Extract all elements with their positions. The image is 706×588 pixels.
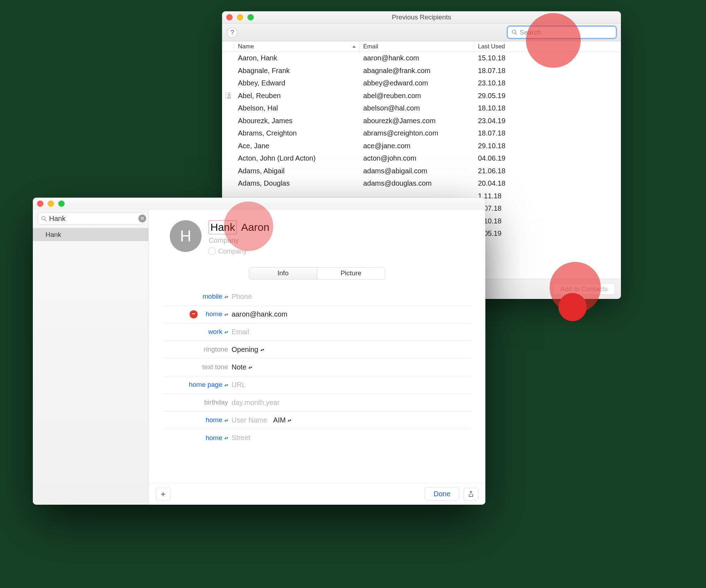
- titlebar[interactable]: Previous Recipients: [222, 11, 621, 24]
- name-cell: Acton, John (Lord Acton): [234, 154, 360, 162]
- address-label[interactable]: home▴▾: [163, 434, 232, 442]
- date-cell: 21.06.18: [474, 167, 554, 175]
- ringtone-select[interactable]: Opening▴▾: [232, 346, 471, 354]
- sidebar-search-input[interactable]: [49, 215, 138, 223]
- date-cell: 9.10.18: [474, 217, 554, 225]
- table-row[interactable]: Abrams, Creightonabrams@creighton.com18.…: [222, 127, 621, 140]
- email-cell: abourezk@James.com: [360, 117, 474, 125]
- window-title: Previous Recipients: [222, 13, 621, 21]
- col-email[interactable]: Email: [360, 41, 474, 52]
- date-cell: 15.10.18: [474, 54, 554, 62]
- sidebar-item-hank[interactable]: Hank: [33, 228, 148, 241]
- help-button[interactable]: ?: [227, 27, 238, 38]
- birthday-label: birthday: [163, 398, 232, 406]
- zoom-icon[interactable]: [58, 200, 65, 207]
- tab-picture[interactable]: Picture: [317, 268, 385, 279]
- home-email-field[interactable]: aaron@hank.com: [232, 310, 471, 318]
- in-contacts-icon: [226, 92, 231, 99]
- im-service-select[interactable]: AIM▴▾: [273, 416, 292, 424]
- date-cell: 29.05.19: [474, 92, 554, 100]
- company-field[interactable]: Company: [209, 236, 269, 245]
- table-row[interactable]: Aaron, Hankaaron@hank.com15.10.18: [222, 52, 621, 65]
- contact-fields: mobile▴▾ Phone − home▴▾ aaron@hank.com w…: [149, 288, 485, 447]
- homepage-field[interactable]: URL: [232, 381, 471, 389]
- chevron-updown-icon: ▴▾: [225, 331, 228, 333]
- info-picture-segmented[interactable]: Info Picture: [249, 267, 385, 280]
- table-row[interactable]: Acton, John (Lord Acton)acton@john.com04…: [222, 152, 621, 165]
- sort-asc-icon: [352, 46, 356, 48]
- im-label[interactable]: home▴▾: [163, 416, 232, 424]
- contacts-window: ✕ Hank H Hank Aaron Company Company: [33, 198, 485, 505]
- traffic-lights: [33, 198, 65, 210]
- birthday-field[interactable]: day.month.year: [232, 398, 471, 407]
- date-cell: 18.10.18: [474, 104, 554, 112]
- name-cell: Abourezk, James: [234, 117, 360, 125]
- date-cell: 23.04.19: [474, 117, 554, 125]
- mobile-label[interactable]: mobile▴▾: [163, 293, 232, 300]
- name-cell: Abel, Reuben: [234, 92, 360, 100]
- chevron-updown-icon: ▴▾: [225, 384, 228, 386]
- mobile-field[interactable]: Phone: [232, 293, 471, 301]
- search-field[interactable]: [508, 26, 616, 38]
- date-cell: 18.07.18: [474, 129, 554, 137]
- sidebar-search[interactable]: ✕: [38, 212, 143, 224]
- table-row[interactable]: Abourezk, Jamesabourezk@James.com23.04.1…: [222, 115, 621, 127]
- sidebar: ✕ Hank: [33, 210, 149, 505]
- table-row[interactable]: Ace, Janeace@jane.com29.10.18: [222, 140, 621, 152]
- share-icon: [468, 491, 474, 498]
- email-cell: abelson@hal.com: [360, 104, 474, 112]
- name-cell: Abbey, Edward: [234, 79, 360, 87]
- zoom-icon[interactable]: [247, 14, 254, 20]
- email-cell: adams@abigail.com: [360, 167, 474, 175]
- remove-row-icon[interactable]: −: [190, 310, 198, 318]
- street-field[interactable]: Street: [232, 434, 471, 442]
- close-icon[interactable]: [37, 200, 43, 207]
- email-cell: abagnale@frank.com: [360, 67, 474, 75]
- titlebar[interactable]: [33, 198, 485, 210]
- col-last-used[interactable]: Last Used: [474, 41, 554, 52]
- chevron-updown-icon: ▴▾: [225, 437, 228, 439]
- name-cell: Adams, Abigail: [234, 167, 360, 175]
- contact-footer: + Done: [149, 483, 485, 505]
- search-input[interactable]: [520, 29, 612, 36]
- tab-info[interactable]: Info: [249, 268, 317, 279]
- table-row[interactable]: Abelson, Halabelson@hal.com18.10.18: [222, 102, 621, 115]
- chevron-updown-icon: ▴▾: [225, 419, 228, 421]
- minimize-icon[interactable]: [48, 200, 54, 207]
- im-field[interactable]: User Name AIM▴▾: [232, 416, 471, 424]
- email-cell: ace@jane.com: [360, 142, 474, 150]
- col-contact-status[interactable]: [222, 41, 234, 52]
- add-button[interactable]: +: [156, 488, 170, 500]
- sidebar-results: Hank: [33, 228, 148, 505]
- avatar[interactable]: H: [170, 220, 202, 252]
- company-checkbox[interactable]: [209, 248, 215, 254]
- close-icon[interactable]: [226, 14, 233, 20]
- minimize-icon[interactable]: [237, 14, 243, 20]
- last-name-field[interactable]: Aaron: [241, 221, 269, 233]
- chevron-updown-icon: ▴▾: [288, 419, 291, 421]
- col-name[interactable]: Name: [234, 41, 360, 52]
- company-checkbox-label: Company: [218, 247, 247, 255]
- date-cell: 18.07.18: [474, 67, 554, 75]
- date-cell: 29.10.18: [474, 142, 554, 150]
- email-cell: acton@john.com: [360, 154, 474, 162]
- add-to-contacts-button[interactable]: Add to Contacts: [553, 283, 615, 295]
- table-header: Name Email Last Used: [222, 41, 621, 52]
- texttone-select[interactable]: Note▴▾: [232, 363, 471, 371]
- table-row[interactable]: Abel, Reubenabel@reuben.com29.05.19: [222, 90, 621, 102]
- table-row[interactable]: Adams, Douglasadams@douglas.com20.04.18: [222, 177, 621, 190]
- email-cell: aaron@hank.com: [360, 54, 474, 62]
- homepage-label[interactable]: home page▴▾: [163, 381, 232, 389]
- name-cell: Abagnale, Frank: [234, 67, 360, 75]
- table-row[interactable]: Adams, Abigailadams@abigail.com21.06.18: [222, 165, 621, 178]
- table-row[interactable]: Abagnale, Frankabagnale@frank.com18.07.1…: [222, 65, 621, 77]
- work-email-field[interactable]: Email: [232, 328, 471, 336]
- texttone-label: text tone: [163, 363, 232, 371]
- table-row[interactable]: Abbey, Edwardabbey@edward.com23.10.18: [222, 77, 621, 90]
- done-button[interactable]: Done: [425, 487, 459, 500]
- company-checkbox-row: Company: [209, 247, 269, 255]
- first-name-field[interactable]: Hank: [209, 220, 237, 234]
- work-email-label[interactable]: work▴▾: [163, 328, 232, 336]
- clear-search-icon[interactable]: ✕: [138, 215, 146, 222]
- share-button[interactable]: [463, 488, 478, 500]
